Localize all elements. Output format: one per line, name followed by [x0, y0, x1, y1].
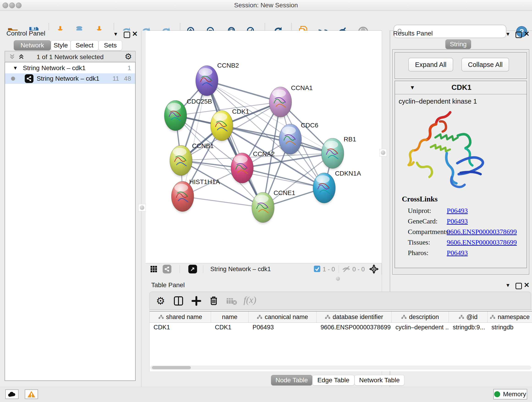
horizontal-splitter-handle[interactable]: [336, 277, 340, 281]
table-cell[interactable]: 9606.ENSP00000378699: [317, 322, 392, 332]
column-type-icon: [401, 315, 407, 319]
network-share-icon[interactable]: [163, 265, 171, 274]
column-type-icon: [158, 315, 164, 319]
network-edge[interactable]: [207, 81, 263, 207]
cloud-button[interactable]: [5, 389, 19, 399]
tab-node-table[interactable]: Node Table: [271, 375, 312, 385]
entry-header[interactable]: ▼ CDK1: [395, 81, 526, 95]
table-cell[interactable]: cyclin–dependent ...: [392, 322, 449, 332]
hidden-eye-icon[interactable]: [342, 265, 351, 273]
network-view-toolbar: String Network – cdk1 1 - 0 0 - 0: [146, 263, 382, 274]
column-header-database-identifier[interactable]: database identifier: [317, 312, 392, 322]
table-settings-gear-icon[interactable]: ⚙: [156, 295, 165, 307]
network-edge-count: 48: [124, 75, 131, 82]
column-header-shared-name[interactable]: shared name: [150, 312, 211, 322]
function-builder-fx-icon: f(x): [244, 294, 256, 305]
results-panel-close-icon[interactable]: ✕: [524, 30, 530, 38]
crosslink-value-link[interactable]: P06493: [447, 217, 468, 225]
left-splitter-handle[interactable]: [138, 204, 146, 211]
network-list-options-gear-icon[interactable]: ⚙: [125, 52, 132, 61]
main-toolbar: ?: [0, 11, 532, 31]
results-panel-float-icon[interactable]: [515, 32, 522, 38]
table-cell[interactable]: stringdb:9...: [449, 322, 488, 332]
network-node-ccna1[interactable]: CCNA1: [269, 84, 313, 118]
network-canvas[interactable]: CCNB2CCNA1CDC25BCDK1CDC6RB1CCNB1CCNA2CDK…: [146, 31, 382, 263]
crosslink-label: Tissues:: [408, 238, 430, 246]
hidden-counts: 0 - 0: [352, 266, 365, 273]
crosslink-row: Uniprot:P06493: [408, 207, 522, 215]
table-toolbar: ⚙ f(x): [149, 292, 531, 310]
network-node-ccnb2[interactable]: CCNB2: [196, 62, 239, 97]
crosslink-value-link[interactable]: 9606.ENSP00000378699: [447, 228, 517, 236]
warnings-button[interactable]: [25, 389, 38, 399]
tab-network[interactable]: Network: [14, 40, 51, 51]
tab-sets[interactable]: Sets: [99, 40, 122, 51]
network-node-cdkn1a[interactable]: CDKN1A: [313, 170, 361, 204]
results-entry-cdk1: ▼ CDK1 cyclin–dependent kinase 1 CrossLi…: [394, 81, 527, 268]
table-cell[interactable]: CDK1: [211, 322, 249, 332]
tab-edge-table[interactable]: Edge Table: [312, 375, 355, 385]
right-splitter-handle[interactable]: [380, 149, 387, 156]
delete-trash-icon[interactable]: [209, 295, 219, 306]
network-row[interactable]: String Network – cdk1 11 48: [5, 73, 135, 84]
control-panel-close-icon[interactable]: ✕: [132, 30, 138, 38]
table-cell[interactable]: P06493: [249, 322, 317, 332]
entry-name: CDK1: [429, 83, 494, 92]
split-columns-icon[interactable]: [173, 296, 184, 306]
network-node-ccne1[interactable]: CCNE1: [252, 189, 295, 224]
column-header-description[interactable]: description: [392, 312, 449, 322]
open-in-window-icon[interactable]: [188, 265, 197, 274]
collection-expand-icon[interactable]: ▼: [13, 65, 18, 71]
birdseye-crosshair-icon[interactable]: [369, 264, 379, 274]
scrollbar-thumb[interactable]: [152, 366, 191, 369]
column-header-name[interactable]: name: [211, 312, 249, 322]
table-cell[interactable]: stringdb: [488, 322, 532, 332]
svg-text:CCNB1: CCNB1: [192, 142, 214, 149]
table-panel-collapse-icon[interactable]: ▼: [505, 282, 510, 288]
left-splitter[interactable]: [141, 31, 146, 274]
table-panel-float-icon[interactable]: [515, 283, 522, 289]
network-graph[interactable]: CCNB2CCNA1CDC25BCDK1CDC6RB1CCNB1CCNA2CDK…: [146, 31, 382, 263]
crosslink-value-link[interactable]: 9606.ENSP00000378699: [447, 238, 517, 246]
memory-button[interactable]: Memory: [493, 389, 527, 400]
network-node-count: 11: [113, 75, 119, 82]
crosslink-value-link[interactable]: P06493: [447, 207, 468, 215]
crosslink-label: Compartments:: [408, 228, 450, 235]
table-cell[interactable]: CDK1: [150, 322, 211, 332]
column-header-canonical-name[interactable]: canonical name: [249, 312, 317, 322]
crosslink-row: GeneCard:P06493: [408, 217, 522, 225]
network-selection-status: 1 of 1 Network selected: [5, 53, 135, 61]
tab-network-table[interactable]: Network Table: [355, 375, 404, 385]
add-column-plus-icon[interactable]: [191, 296, 201, 306]
table-panel-close-icon[interactable]: ✕: [524, 281, 530, 289]
network-node-rb1[interactable]: RB1: [322, 136, 356, 170]
network-collection-row[interactable]: ▼ String Network – cdk1 1: [5, 63, 135, 73]
crosslink-value-link[interactable]: P06493: [447, 249, 468, 257]
grid-view-icon[interactable]: [150, 265, 157, 273]
selected-counts: 1 - 0: [323, 266, 335, 273]
crosslink-row: Pharos:P06493: [408, 249, 522, 257]
crosslink-row: Compartments:9606.ENSP00000378699: [408, 228, 522, 236]
tab-style[interactable]: Style: [51, 40, 70, 51]
network-status-dot-icon: [11, 77, 15, 81]
column-type-icon: [257, 315, 262, 319]
column-header-namespace[interactable]: namespace: [488, 312, 532, 322]
results-panel-collapse-icon[interactable]: ▼: [505, 31, 510, 37]
tab-select[interactable]: Select: [70, 40, 99, 51]
results-tab-string[interactable]: String: [445, 39, 471, 49]
svg-text:CCNB2: CCNB2: [217, 62, 239, 69]
control-panel-collapse-icon[interactable]: ▼: [113, 31, 118, 37]
column-type-icon: [490, 315, 495, 319]
network-node-cdc6[interactable]: CDC6: [279, 122, 318, 155]
protein-structure-image: [403, 108, 491, 193]
expand-all-button[interactable]: Expand All: [408, 58, 453, 71]
network-node-hist1h1a[interactable]: HIST1H1A: [171, 178, 220, 213]
entry-expand-icon[interactable]: ▼: [410, 84, 415, 91]
network-edge[interactable]: [183, 196, 263, 207]
network-node-cdc25b[interactable]: CDC25B: [164, 98, 212, 132]
table-horizontal-scrollbar[interactable]: [150, 366, 531, 370]
collapse-all-button[interactable]: Collapse All: [462, 58, 509, 71]
selected-checkbox-icon[interactable]: [314, 266, 320, 272]
column-header--id[interactable]: @id: [449, 312, 488, 322]
control-panel-float-icon[interactable]: [124, 32, 130, 38]
